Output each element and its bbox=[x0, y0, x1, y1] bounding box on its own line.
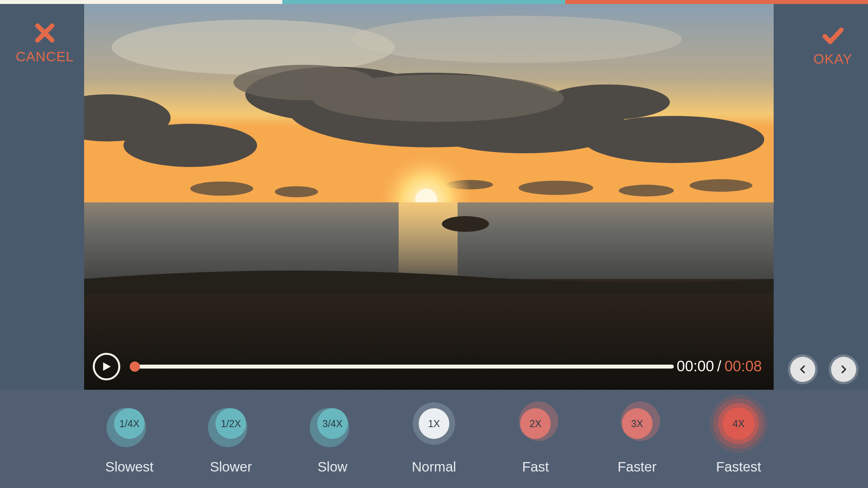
speed-bubble: 1X bbox=[410, 400, 458, 447]
time-current: 00:00 bbox=[677, 358, 714, 375]
check-icon bbox=[821, 24, 845, 47]
accent-strip bbox=[0, 0, 868, 4]
speed-label: Slower bbox=[210, 459, 252, 475]
speed-value: 1X bbox=[419, 408, 449, 439]
speed-label: Fastest bbox=[716, 459, 761, 475]
time-display: 00:00 / 00:08 bbox=[677, 358, 762, 375]
speed-bubble: 1/4X bbox=[106, 400, 153, 447]
speed-label: Faster bbox=[618, 459, 657, 475]
play-button[interactable] bbox=[93, 353, 120, 380]
time-total: 00:08 bbox=[725, 358, 762, 375]
svg-point-15 bbox=[619, 185, 674, 196]
chevron-left-icon bbox=[798, 364, 807, 375]
speed-value: 3X bbox=[622, 408, 653, 439]
chevron-right-icon bbox=[839, 364, 848, 375]
speed-bubble: 2X bbox=[512, 400, 559, 447]
okay-label: OKAY bbox=[813, 51, 852, 67]
speed-label: Slowest bbox=[105, 459, 154, 475]
speed-bubble: 4X bbox=[715, 400, 762, 447]
svg-point-16 bbox=[690, 179, 752, 192]
time-separator: / bbox=[717, 358, 721, 375]
speed-label: Fast bbox=[522, 459, 549, 475]
next-frame-button[interactable] bbox=[831, 357, 856, 382]
strip-segment bbox=[282, 0, 565, 4]
strip-segment bbox=[0, 0, 282, 4]
svg-point-7 bbox=[583, 116, 764, 163]
speed-option-fastest[interactable]: 4X Fastest bbox=[703, 400, 774, 475]
svg-point-14 bbox=[519, 181, 593, 195]
svg-point-12 bbox=[190, 182, 253, 196]
speed-value: 1/2X bbox=[215, 408, 246, 439]
speed-label: Normal bbox=[412, 459, 456, 475]
progress-track[interactable] bbox=[131, 365, 674, 369]
cancel-label: CANCEL bbox=[16, 49, 74, 64]
svg-point-22 bbox=[442, 216, 489, 232]
video-preview[interactable] bbox=[84, 4, 774, 390]
close-icon bbox=[33, 21, 57, 45]
svg-point-1 bbox=[112, 20, 395, 75]
speed-bubble: 1/2X bbox=[207, 400, 254, 447]
speed-value: 1/4X bbox=[114, 408, 145, 439]
speed-value: 2X bbox=[520, 408, 551, 439]
speed-option-slowest[interactable]: 1/4X Slowest bbox=[94, 400, 165, 475]
strip-segment bbox=[565, 0, 868, 4]
speed-option-slow[interactable]: 3/4X Slow bbox=[297, 400, 368, 475]
play-icon bbox=[101, 361, 112, 372]
speed-bubble: 3/4X bbox=[309, 400, 356, 447]
speed-label: Slow bbox=[318, 459, 348, 475]
speed-option-faster[interactable]: 3X Faster bbox=[602, 400, 673, 475]
svg-point-2 bbox=[351, 16, 682, 63]
preview-image bbox=[84, 4, 774, 390]
speed-bubble: 3X bbox=[614, 400, 661, 447]
speed-bar: 1/4X Slowest 1/2X Slower 3/4X Slow 1X No… bbox=[0, 390, 868, 488]
playback-controls bbox=[93, 353, 674, 380]
speed-option-normal[interactable]: 1X Normal bbox=[399, 400, 469, 475]
speed-option-fast[interactable]: 2X Fast bbox=[500, 400, 571, 475]
speed-value: 4X bbox=[723, 407, 755, 440]
prev-frame-button[interactable] bbox=[790, 357, 815, 382]
speed-option-slower[interactable]: 1/2X Slower bbox=[195, 400, 266, 475]
okay-button[interactable]: OKAY bbox=[813, 24, 852, 67]
svg-point-11 bbox=[234, 65, 375, 100]
cancel-button[interactable]: CANCEL bbox=[16, 21, 74, 64]
svg-point-8 bbox=[544, 84, 670, 120]
progress-knob[interactable] bbox=[130, 361, 140, 372]
speed-value: 3/4X bbox=[317, 408, 348, 439]
svg-point-13 bbox=[275, 186, 318, 197]
